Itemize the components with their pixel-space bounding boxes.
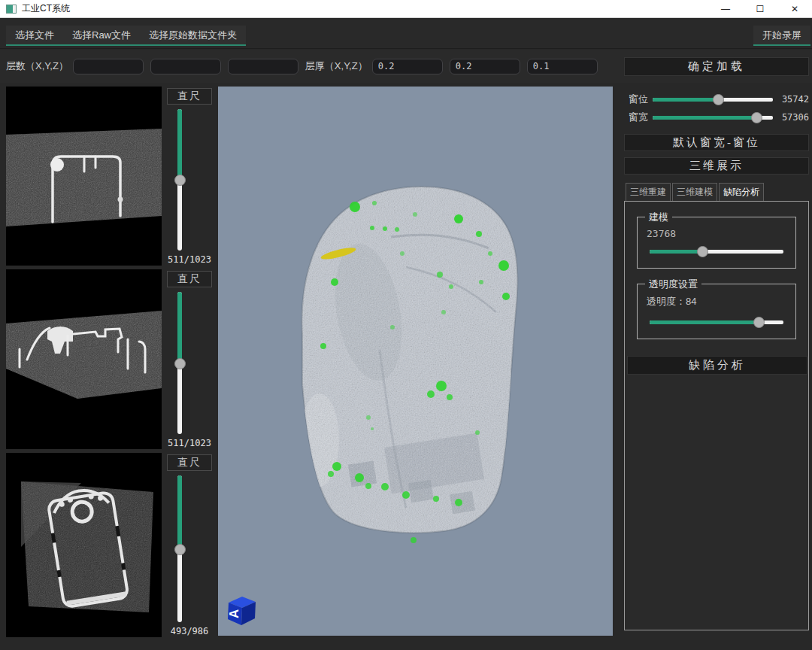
defect-analysis-panel: 建模 23768 透明度设置 透明度：84 缺陷分析 — [624, 201, 809, 630]
window-title: 工业CT系统 — [22, 2, 70, 15]
window-width-slider[interactable] — [653, 111, 773, 123]
slider-handle[interactable] — [174, 175, 186, 186]
viewport-3d[interactable]: A — [218, 87, 613, 636]
tab-3d-reconstruction[interactable]: 三维重建 — [626, 183, 671, 203]
app-icon — [6, 5, 17, 14]
window-level-slider[interactable] — [653, 93, 773, 105]
slider-fill — [650, 250, 703, 254]
slice-slider-3[interactable] — [174, 475, 185, 622]
params-row: 层数（X,Y,Z） 层厚（X,Y,Z） 确定加载 — [0, 50, 812, 83]
transparency-value-label: 透明度：84 — [647, 295, 786, 308]
ct-slice-view-sagittal[interactable] — [6, 453, 162, 637]
transparency-slider[interactable] — [650, 316, 783, 328]
select-raw-file-button[interactable]: 选择Raw文件 — [63, 26, 140, 44]
titlebar: 工业CT系统 — ☐ ✕ — [0, 0, 812, 18]
slice-position-2: 511/1023 — [162, 438, 217, 448]
ruler-button-2[interactable]: 直尺 — [167, 271, 212, 287]
thickness-y-input[interactable] — [450, 59, 520, 74]
layers-label: 层数（X,Y,Z） — [6, 59, 68, 73]
slider-handle[interactable] — [753, 317, 765, 328]
file-menu-group: 选择文件 选择Raw文件 选择原始数据文件夹 — [6, 26, 246, 46]
select-file-button[interactable]: 选择文件 — [6, 26, 63, 44]
ruler-button-3[interactable]: 直尺 — [167, 454, 212, 471]
minimize-button[interactable]: — — [708, 0, 743, 18]
display-3d-button[interactable]: 三维展示 — [624, 157, 809, 175]
ct-slice-view-coronal[interactable] — [6, 269, 162, 449]
viewer-logo-icon: A — [224, 594, 257, 627]
tab-defect-analysis[interactable]: 缺陷分析 — [719, 183, 764, 203]
select-raw-data-folder-button[interactable]: 选择原始数据文件夹 — [140, 26, 246, 44]
confirm-load-button[interactable]: 确定加载 — [624, 57, 809, 76]
layers-x-input[interactable] — [73, 59, 144, 74]
transparency-group-title: 透明度设置 — [645, 278, 701, 291]
slice-slider-2[interactable] — [174, 292, 185, 434]
start-recording-button[interactable]: 开始录屏 — [753, 26, 810, 46]
modeling-groupbox: 建模 23768 — [637, 217, 796, 269]
modeling-value: 23768 — [647, 228, 786, 239]
modeling-group-title: 建模 — [645, 211, 672, 224]
thickness-x-input[interactable] — [372, 59, 443, 74]
svg-text:A: A — [227, 609, 241, 618]
slider-handle[interactable] — [751, 112, 762, 123]
slice-slider-1[interactable] — [174, 109, 185, 251]
slider-fill — [177, 109, 182, 180]
thickness-z-input[interactable] — [527, 59, 598, 74]
tab-3d-modeling[interactable]: 三维建模 — [672, 183, 717, 203]
slider-handle[interactable] — [697, 246, 708, 257]
default-window-button[interactable]: 默认窗宽-窗位 — [624, 134, 809, 151]
thickness-label: 层厚（X,Y,Z） — [305, 59, 368, 73]
slice-slider-block-2: 直尺 511/1023 — [162, 269, 217, 449]
ruler-button-1[interactable]: 直尺 — [167, 88, 212, 105]
modeling-slider[interactable] — [650, 245, 783, 257]
slice-position-1: 511/1023 — [162, 254, 217, 265]
slider-fill — [177, 475, 182, 549]
slider-handle[interactable] — [713, 94, 724, 105]
maximize-button[interactable]: ☐ — [743, 0, 777, 18]
slice-slider-block-3: 直尺 493/986 — [162, 453, 217, 637]
right-panel: 窗位 35742 窗宽 57306 默认窗宽-窗位 三维展示 三维重建 三维建模… — [624, 84, 809, 636]
window-width-value: 57306 — [776, 112, 809, 123]
slider-fill — [653, 116, 757, 120]
close-button[interactable]: ✕ — [777, 0, 812, 18]
ct-slice-view-axial[interactable] — [6, 87, 162, 266]
slider-handle[interactable] — [174, 544, 186, 555]
slider-fill — [177, 292, 182, 363]
run-defect-analysis-button[interactable]: 缺陷分析 — [627, 356, 807, 375]
layers-z-input[interactable] — [228, 59, 298, 74]
volume-render — [218, 87, 613, 636]
slider-handle[interactable] — [174, 358, 186, 369]
layers-y-input[interactable] — [150, 59, 221, 74]
window-width-label: 窗宽 — [624, 111, 650, 124]
menubar: 选择文件 选择Raw文件 选择原始数据文件夹 开始录屏 — [0, 19, 812, 49]
slider-fill — [653, 98, 719, 102]
window-level-value: 35742 — [776, 94, 809, 105]
transparency-groupbox: 透明度设置 透明度：84 — [637, 284, 796, 339]
slice-position-3: 493/986 — [162, 626, 217, 636]
slice-slider-block-1: 直尺 511/1023 — [162, 87, 217, 266]
window-level-label: 窗位 — [624, 93, 650, 106]
analysis-tabs: 三维重建 三维建模 缺陷分析 — [626, 183, 764, 203]
slider-fill — [650, 320, 759, 324]
